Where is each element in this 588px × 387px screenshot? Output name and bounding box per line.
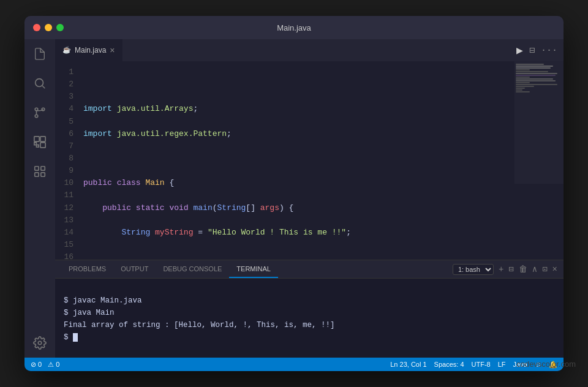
code-editor[interactable]: 1 2 3 4 5 6 7 8 9 10 11 12 13 14 15 16 [55,61,564,260]
tab-actions: ▶ ⊟ ··· [516,39,557,61]
feedback-icon[interactable]: ☺ [535,361,541,368]
minimap [514,61,564,184]
svg-line-1 [42,86,45,88]
split-terminal-button[interactable]: ⊟ [508,264,513,274]
svg-rect-9 [41,167,45,170]
svg-rect-11 [35,173,39,176]
file-encoding[interactable]: UTF-8 [472,361,491,368]
notification-icon[interactable]: 🔔 [549,361,557,369]
delete-terminal-button[interactable]: 🗑 [519,265,527,274]
vscode-window: Main.java [24,16,564,371]
maximize-panel-button[interactable]: ⊡ [542,264,547,274]
tab-close-button[interactable]: × [110,46,115,54]
status-bar: ⊘ 0 ⚠ 0 Ln 23, Col 1 Spaces: 4 UTF-8 LF … [24,358,564,371]
collapse-panel-button[interactable]: ∧ [532,264,537,274]
svg-rect-6 [40,137,45,141]
svg-point-0 [36,79,43,87]
svg-rect-8 [35,167,39,170]
language-mode[interactable]: Java [513,361,527,368]
error-icon: ⊘ [31,361,36,369]
terminal-content[interactable]: $ javac Main.java $ java Main Final arra… [55,279,564,358]
editor-container: ☕ Main.java × ▶ ⊟ ··· [55,39,564,358]
line-numbers: 1 2 3 4 5 6 7 8 9 10 11 12 13 14 15 16 [55,61,80,260]
java-file-icon: ☕ [62,46,71,54]
tab-output[interactable]: OUTPUT [113,260,156,278]
bash-selector[interactable]: 1: bash [453,264,494,275]
warnings-count[interactable]: ⚠ 0 [48,361,59,369]
cursor-position[interactable]: Ln 23, Col 1 [390,361,426,368]
close-panel-button[interactable]: × [552,265,557,274]
extensions-icon[interactable] [31,133,48,151]
svg-rect-7 [40,143,45,148]
file-tab[interactable]: ☕ Main.java × [55,39,123,61]
tab-bar: ☕ Main.java × ▶ ⊟ ··· [55,39,564,61]
run-debug-icon[interactable] [31,163,48,180]
search-icon[interactable] [31,75,48,92]
split-editor-button[interactable]: ⊟ [529,45,535,56]
svg-rect-5 [34,137,39,141]
run-button[interactable]: ▶ [516,43,523,57]
maximize-button[interactable] [56,24,64,31]
status-right: Ln 23, Col 1 Spaces: 4 UTF-8 LF Java ☺ 🔔 [390,361,557,369]
line-ending[interactable]: LF [498,361,506,368]
window-title: Main.java [277,23,311,32]
source-control-icon[interactable] [31,104,48,121]
svg-point-12 [38,341,42,345]
sidebar [24,39,55,358]
tab-problems[interactable]: PROBLEMS [61,260,113,278]
tab-debug-console[interactable]: DEBUG CONSOLE [156,260,229,278]
titlebar: Main.java [24,16,564,39]
svg-point-2 [35,115,38,118]
warning-icon: ⚠ [48,361,54,369]
settings-icon[interactable] [31,334,48,351]
status-left: ⊘ 0 ⚠ 0 [31,361,59,369]
svg-rect-10 [41,173,45,176]
code-content[interactable]: import java.util.Arrays; import java.uti… [80,61,564,260]
minimize-button[interactable] [45,24,52,31]
panel-tab-bar: PROBLEMS OUTPUT DEBUG CONSOLE TERMINAL 1… [55,260,564,279]
close-button[interactable] [33,24,40,31]
traffic-lights [33,24,64,31]
files-icon[interactable] [31,45,48,62]
errors-count[interactable]: ⊘ 0 [31,361,42,369]
indent-type[interactable]: Spaces: 4 [434,361,464,368]
panel-tab-actions: 1: bash + ⊟ 🗑 ∧ ⊡ × [453,264,557,275]
panel: PROBLEMS OUTPUT DEBUG CONSOLE TERMINAL 1… [55,260,564,358]
add-terminal-button[interactable]: + [499,265,503,274]
more-actions-button[interactable]: ··· [541,45,557,56]
tab-terminal[interactable]: TERMINAL [229,260,278,278]
main-area: ☕ Main.java × ▶ ⊟ ··· [24,39,564,358]
tab-filename: Main.java [75,46,106,54]
